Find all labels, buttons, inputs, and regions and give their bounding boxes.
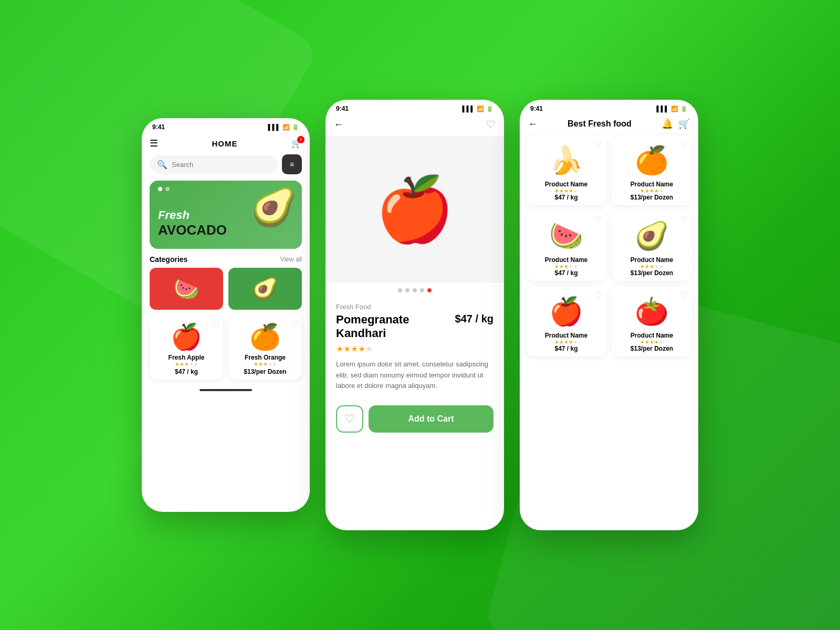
product-card-orange: ♡ 🍊 Fresh Orange ★★★★★ $13/per Dozen (228, 315, 302, 380)
wifi-icon: 📶 (282, 124, 290, 131)
detail-header: ← ♡ (326, 115, 504, 136)
wishlist-grid-1[interactable]: ♡ (595, 139, 602, 149)
carousel-dot-1[interactable] (398, 288, 402, 292)
status-bar-1: 9:41 ▌▌▌ 📶 🔋 (142, 118, 310, 133)
product-detail-description: Lorem ipsum dolor sit amet, consetetur s… (336, 359, 494, 392)
banner-text: Fresh AVOCADO (158, 208, 227, 238)
wishlist-grid-5[interactable]: ♡ (595, 290, 602, 300)
search-input[interactable] (172, 161, 270, 169)
grid-stars-4: ★★★★★ (616, 264, 688, 269)
menu-button[interactable]: ☰ (150, 138, 158, 149)
status-icons-3: ▌▌▌ 📶 🔋 (657, 106, 688, 112)
grid-product-5: ♡ 🍎 Product Name ★★★★★ $47 / kg (526, 286, 606, 356)
carousel-dot-3[interactable] (413, 288, 417, 292)
view-all-link[interactable]: View all (280, 256, 302, 263)
wishlist-detail-button[interactable]: ♡ (486, 118, 496, 131)
phone-product-detail: 9:41 ▌▌▌ 📶 🔋 ← ♡ 🍎 Fresh Food Pomegranat… (326, 100, 504, 530)
back-button[interactable]: ← (334, 119, 343, 130)
search-icon: 🔍 (157, 160, 167, 170)
watermelon-icon: 🍉 (173, 277, 200, 301)
category-item-watermelon[interactable]: 🍉 (150, 268, 223, 310)
carousel-dot-2[interactable] (405, 288, 410, 292)
phone-home: 9:41 ▌▌▌ 📶 🔋 ☰ HOME 🛒 1 🔍 ≡ F (142, 118, 310, 512)
categories-title: Categories (150, 255, 187, 264)
signal-icon-2: ▌▌▌ (463, 106, 475, 112)
grid-price-6: $13/per Dozen (616, 345, 688, 352)
apple-stars: ★★★★★ (154, 361, 219, 367)
grid-image-2: 🍊 (616, 144, 688, 176)
grid-product-3: ♡ 🍉 Product Name ★★★★★ $47 / kg (526, 211, 606, 281)
avocado-icon: 🥑 (252, 277, 278, 301)
orange-stars: ★★★★★ (233, 361, 298, 367)
grid-price-2: $13/per Dozen (616, 194, 688, 201)
wishlist-grid-3[interactable]: ♡ (595, 215, 602, 225)
search-input-wrap[interactable]: 🔍 (150, 155, 278, 174)
bell-icon[interactable]: 🔔 (662, 118, 673, 130)
battery-icon-2: 🔋 (486, 106, 494, 112)
grid-product-6: ♡ 🍅 Product Name ★★★★★ $13/per Dozen (612, 286, 692, 356)
product-detail-name-1: Pomegranate (336, 313, 409, 327)
wifi-icon-3: 📶 (671, 106, 678, 112)
time-1: 9:41 (152, 123, 165, 131)
status-icons-1: ▌▌▌ 📶 🔋 (268, 124, 299, 131)
grid-name-4: Product Name (616, 256, 688, 264)
heart-icon: ♡ (344, 412, 355, 426)
wishlist-orange-button[interactable]: ♡ (290, 319, 298, 329)
battery-icon-3: 🔋 (680, 106, 688, 112)
grid-stars-5: ★★★★★ (530, 339, 602, 345)
filter-button[interactable]: ≡ (282, 154, 302, 174)
cart-button[interactable]: 🛒 1 (291, 139, 302, 149)
banner-dots (158, 187, 170, 191)
orange-image: 🍊 (233, 322, 298, 352)
apple-name: Fresh Apple (154, 354, 219, 361)
wishlist-grid-2[interactable]: ♡ (680, 139, 688, 149)
time-2: 9:41 (336, 105, 349, 112)
time-3: 9:41 (530, 105, 543, 112)
grid-name-5: Product Name (530, 332, 602, 339)
banner-fruit-icon: 🥑 (251, 186, 297, 229)
orange-name: Fresh Orange (233, 354, 298, 361)
category-row: 🍉 🥑 (142, 268, 310, 315)
product-row: ♡ 🍎 Fresh Apple ★★★★★ $47 / kg ♡ 🍊 Fresh… (142, 315, 310, 385)
status-icons-2: ▌▌▌ 📶 🔋 (463, 106, 494, 112)
home-title: HOME (212, 139, 238, 148)
category-item-avocado[interactable]: 🥑 (228, 268, 302, 310)
home-header: ☰ HOME 🛒 1 (142, 133, 310, 154)
action-row: ♡ Add to Cart (326, 405, 504, 443)
product-grid: ♡ 🍌 Product Name ★★★★★ $47 / kg ♡ 🍊 Prod… (520, 135, 698, 362)
status-bar-2: 9:41 ▌▌▌ 📶 🔋 (326, 100, 504, 115)
product-detail-name-2: Kandhari (336, 327, 409, 340)
grid-stars-3: ★★★★★ (530, 264, 602, 269)
fresh-food-title: Best Fresh food (568, 119, 632, 129)
apple-price: $47 / kg (154, 368, 219, 375)
grid-price-1: $47 / kg (530, 194, 602, 201)
pomegranate-icon: 🍎 (375, 173, 454, 247)
carousel-dot-4[interactable] (420, 288, 424, 292)
grid-name-2: Product Name (616, 181, 688, 188)
orange-price: $13/per Dozen (233, 368, 298, 375)
signal-icon: ▌▌▌ (268, 124, 280, 130)
grid-product-2: ♡ 🍊 Product Name ★★★★★ $13/per Dozen (612, 135, 692, 205)
grid-product-4: ♡ 🥑 Product Name ★★★★★ $13/per Dozen (612, 211, 692, 281)
add-to-cart-button[interactable]: Add to Cart (369, 405, 494, 433)
back-button-3[interactable]: ← (528, 119, 538, 130)
grid-image-3: 🍉 (530, 220, 602, 252)
wishlist-apple-button[interactable]: ♡ (212, 319, 219, 329)
grid-stars-2: ★★★★★ (616, 188, 688, 194)
product-info: Fresh Food Pomegranate Kandhari $47 / kg… (326, 298, 504, 405)
grid-image-6: 🍅 (616, 296, 688, 328)
grid-image-1: 🍌 (530, 144, 602, 176)
wishlist-grid-6[interactable]: ♡ (680, 290, 688, 300)
wishlist-action-button[interactable]: ♡ (336, 405, 363, 433)
grid-name-3: Product Name (530, 256, 602, 264)
promo-banner: Fresh AVOCADO 🥑 (150, 181, 302, 249)
wishlist-grid-4[interactable]: ♡ (680, 215, 688, 225)
home-indicator (142, 385, 310, 395)
grid-product-1: ♡ 🍌 Product Name ★★★★★ $47 / kg (526, 135, 606, 205)
product-card-apple: ♡ 🍎 Fresh Apple ★★★★★ $47 / kg (150, 315, 223, 380)
product-detail-header: Pomegranate Kandhari $47 / kg (336, 313, 494, 341)
search-bar: 🔍 ≡ (150, 154, 302, 174)
cart-icon-3[interactable]: 🛒 (678, 118, 690, 130)
categories-header: Categories View all (142, 255, 310, 268)
carousel-dot-5[interactable] (427, 288, 432, 292)
